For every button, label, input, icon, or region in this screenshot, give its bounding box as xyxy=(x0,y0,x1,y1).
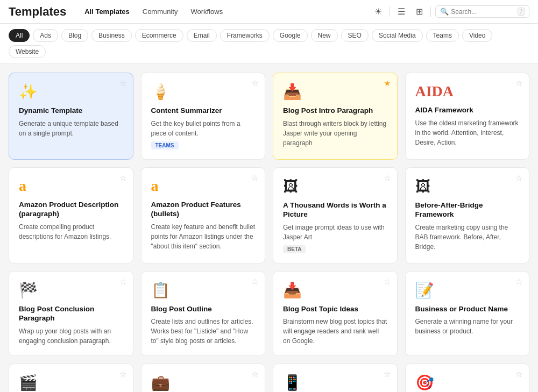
filter-bar: AllAdsBlogBusinessEcommerceEmailFramewor… xyxy=(0,24,538,64)
card-title: Blog Post Conclusion Paragraph xyxy=(19,304,123,323)
filter-chip-blog[interactable]: Blog xyxy=(61,29,88,42)
divider2 xyxy=(430,6,431,17)
grid-view-button[interactable]: ⊞ xyxy=(413,4,426,19)
filter-chip-frameworks[interactable]: Frameworks xyxy=(220,29,270,42)
star-button[interactable]: ☆ xyxy=(515,79,522,88)
card-description: Generate a unique template based on a si… xyxy=(19,119,123,138)
filter-chip-ads[interactable]: Ads xyxy=(33,29,58,42)
template-card[interactable]: 💼☆Company BioTell your company's story w… xyxy=(141,364,266,392)
card-icon: 🖼 xyxy=(415,177,520,195)
card-icon: 📥 xyxy=(283,281,387,299)
card-icon: 🖼 xyxy=(283,177,387,195)
card-description: Blast through writers block by letting J… xyxy=(283,119,387,148)
card-icon: 📥 xyxy=(283,83,387,101)
card-icon: 📋 xyxy=(151,281,256,299)
card-title: Dynamic Template xyxy=(19,106,123,116)
template-card[interactable]: a☆Amazon Product Description (paragraph)… xyxy=(9,167,133,263)
star-button[interactable]: ☆ xyxy=(251,79,258,88)
filter-chip-teams[interactable]: Teams xyxy=(426,29,459,42)
template-card[interactable]: 🎬☆CommandsTell Jasper exactly what to wr… xyxy=(9,364,133,392)
star-button[interactable]: ☆ xyxy=(251,173,258,183)
star-button[interactable]: ☆ xyxy=(119,173,126,183)
star-button[interactable]: ☆ xyxy=(119,369,126,379)
card-icon: a xyxy=(151,177,256,195)
star-button[interactable]: ☆ xyxy=(515,369,522,379)
list-view-button[interactable]: ☰ xyxy=(394,4,408,19)
template-card[interactable]: 📥☆Blog Post Topic IdeasBrainstorm new bl… xyxy=(273,271,398,357)
nav-tab-all-templates[interactable]: All Templates xyxy=(79,5,135,18)
card-description: Wrap up your blog posts with an engaging… xyxy=(19,326,123,346)
search-icon: 🔍 xyxy=(440,8,449,16)
star-button[interactable]: ☆ xyxy=(251,277,258,287)
page-title: Templates xyxy=(9,5,66,19)
main-nav: All TemplatesCommunityWorkflows xyxy=(79,5,228,18)
card-description: Create marketing copy using the BAB fram… xyxy=(415,223,520,252)
card-icon: 🎯 xyxy=(415,374,520,391)
nav-tab-community[interactable]: Community xyxy=(137,5,183,18)
template-card[interactable]: 🍦☆Content SummarizerGet the key bullet p… xyxy=(141,73,266,160)
template-card[interactable]: AIDA☆AIDA FrameworkUse the oldest market… xyxy=(405,73,530,160)
template-card[interactable]: ✨☆Dynamic TemplateGenerate a unique temp… xyxy=(9,73,133,160)
card-title: Amazon Product Features (bullets) xyxy=(151,200,256,219)
template-card[interactable]: 🏁☆Blog Post Conclusion ParagraphWrap up … xyxy=(9,271,133,357)
filter-chip-new[interactable]: New xyxy=(311,29,338,42)
star-button[interactable]: ☆ xyxy=(515,277,522,287)
template-card[interactable]: 🖼☆Before-After-Bridge FrameworkCreate ma… xyxy=(405,167,530,263)
template-card[interactable]: 📝☆Business or Product NameGenerate a win… xyxy=(405,271,530,357)
star-button[interactable]: ☆ xyxy=(251,369,258,379)
card-title: Blog Post Outline xyxy=(151,304,256,314)
card-icon: 📱 xyxy=(283,374,387,391)
filter-chip-website[interactable]: Website xyxy=(9,45,46,58)
card-title: Content Summarizer xyxy=(151,106,256,116)
filter-chip-business[interactable]: Business xyxy=(91,29,132,42)
card-description: Create key feature and benefit bullet po… xyxy=(151,222,256,251)
template-card[interactable]: 📥★Blog Post Intro ParagraphBlast through… xyxy=(273,73,398,160)
template-card[interactable]: 🖼☆A Thousand Words is Worth a PictureGet… xyxy=(273,167,398,263)
card-icon: ✨ xyxy=(19,83,123,101)
template-card[interactable]: a☆Amazon Product Features (bullets)Creat… xyxy=(141,167,266,263)
card-description: Get image prompt ideas to use with Jaspe… xyxy=(283,223,387,242)
card-icon: 🏁 xyxy=(19,281,123,299)
star-button[interactable]: ☆ xyxy=(119,277,126,287)
card-description: Create compelling product descriptions f… xyxy=(19,222,123,241)
card-description: Use the oldest marketing framework in th… xyxy=(415,118,520,147)
star-button[interactable]: ☆ xyxy=(384,369,391,379)
star-button[interactable]: ☆ xyxy=(119,79,126,88)
card-icon: AIDA xyxy=(415,83,520,100)
search-input[interactable] xyxy=(451,8,515,16)
card-description: Brainstorm new blog post topics that wil… xyxy=(283,317,387,346)
card-title: A Thousand Words is Worth a Picture xyxy=(283,201,387,219)
card-title: Blog Post Intro Paragraph xyxy=(283,106,387,116)
card-description: Get the key bullet points from a piece o… xyxy=(151,119,256,138)
filter-chip-all[interactable]: All xyxy=(9,29,30,42)
filter-chip-video[interactable]: Video xyxy=(462,29,492,42)
filter-chip-email[interactable]: Email xyxy=(187,29,217,42)
search-shortcut: / xyxy=(518,8,525,16)
template-grid: ✨☆Dynamic TemplateGenerate a unique temp… xyxy=(0,64,538,392)
card-icon: 🍦 xyxy=(151,83,256,101)
status-badge: Beta xyxy=(283,245,306,253)
star-button[interactable]: ☆ xyxy=(384,277,391,287)
card-title: AIDA Framework xyxy=(415,105,520,115)
card-icon: 💼 xyxy=(151,374,256,391)
star-button[interactable]: ☆ xyxy=(515,173,522,183)
card-title: Business or Product Name xyxy=(415,304,520,314)
header: Templates All TemplatesCommunityWorkflow… xyxy=(0,0,538,24)
card-icon: 🎬 xyxy=(19,374,123,391)
card-title: Amazon Product Description (paragraph) xyxy=(19,200,123,219)
star-button[interactable]: ☆ xyxy=(384,173,391,183)
search-box: 🔍 / xyxy=(435,5,529,18)
nav-tab-workflows[interactable]: Workflows xyxy=(186,5,229,18)
star-button[interactable]: ★ xyxy=(384,79,391,88)
card-icon: 📝 xyxy=(415,281,520,299)
theme-toggle-button[interactable]: ☀ xyxy=(371,4,385,19)
card-description: Generate a winning name for your busines… xyxy=(415,317,520,336)
filter-chip-google[interactable]: Google xyxy=(273,29,308,42)
filter-chip-seo[interactable]: SEO xyxy=(341,29,369,42)
template-card[interactable]: 📋☆Blog Post OutlineCreate lists and outl… xyxy=(141,271,266,357)
card-title: Before-After-Bridge Framework xyxy=(415,201,520,219)
template-card[interactable]: 🎯☆Content RewriterTake a piece of conten… xyxy=(405,364,530,392)
template-card[interactable]: 📱☆Content ImproverTake a piece of conten… xyxy=(273,364,398,392)
filter-chip-social media[interactable]: Social Media xyxy=(372,29,423,42)
filter-chip-ecommerce[interactable]: Ecommerce xyxy=(135,29,183,42)
